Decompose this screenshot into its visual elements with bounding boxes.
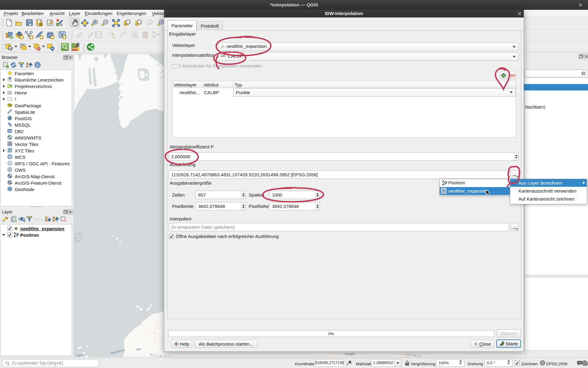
svg-text:Nouakchott: Nouakchott — [110, 348, 125, 355]
svg-text:V: V — [9, 162, 11, 165]
svg-text:Dongola: Dongola — [345, 352, 355, 355]
svg-text:Fdérik: Fdérik — [76, 353, 84, 357]
svg-text:a: a — [60, 22, 62, 26]
svg-text:i: i — [37, 63, 38, 67]
svg-text:1:1: 1:1 — [149, 21, 152, 23]
svg-text:DB2: DB2 — [8, 130, 12, 132]
svg-text:ε: ε — [34, 217, 36, 221]
